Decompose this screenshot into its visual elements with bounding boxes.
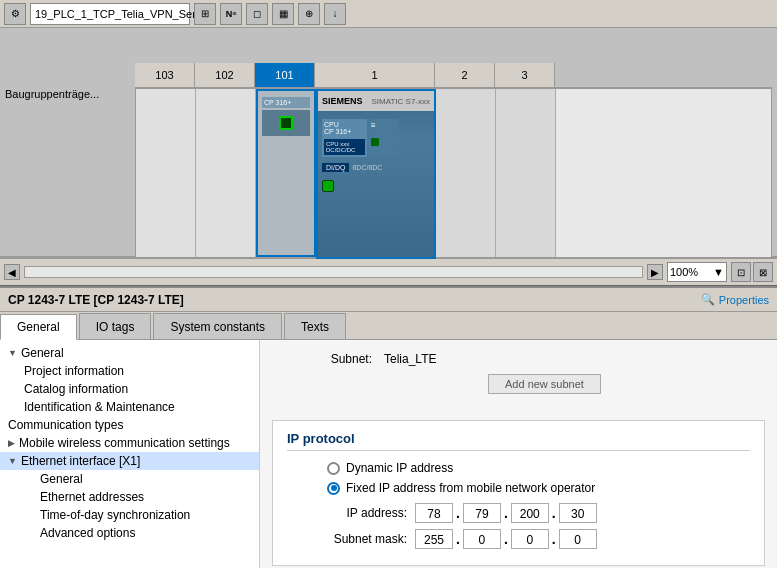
tab-system-constants-label: System constants	[170, 320, 265, 334]
tree-project-info[interactable]: Project information	[0, 362, 259, 380]
mask-dot-3: .	[551, 531, 557, 547]
cpu-brand: SIEMENS	[322, 96, 363, 106]
ip-octet-1[interactable]: 78	[415, 503, 453, 523]
mask-dot-1: .	[455, 531, 461, 547]
ip-address-fields: 78 . 79 . 200 . 30	[415, 503, 597, 523]
tree-eth-addresses[interactable]: Ethernet addresses	[0, 488, 259, 506]
tab-io-tags-label: IO tags	[96, 320, 135, 334]
slot-102[interactable]	[196, 89, 256, 257]
toolbar-icon-settings[interactable]: ⚙	[4, 3, 26, 25]
fixed-ip-radio[interactable]	[327, 482, 340, 495]
tree-arrow-mobile: ▶	[8, 438, 15, 448]
tree-eth-addresses-label: Ethernet addresses	[40, 490, 144, 504]
tab-texts[interactable]: Texts	[284, 313, 346, 339]
toolbar: ⚙ 19_PLC_1_TCP_Telia_VPN_Ser ▼ ⊞ N≡ ◻ ▦ …	[0, 0, 777, 28]
slot-label-102: 102	[195, 63, 255, 87]
properties-btn[interactable]: 🔍 Properties	[701, 293, 769, 306]
tree-comm-types-label: Communication types	[8, 418, 123, 432]
properties-icon: 🔍	[701, 293, 715, 306]
tree-general[interactable]: ▼ General	[0, 344, 259, 362]
properties-panel: CP 1243-7 LTE [CP 1243-7 LTE] 🔍 Properti…	[0, 286, 777, 568]
content-area: Subnet: Telia_LTE Add new subnet IP prot…	[260, 340, 777, 568]
tree-catalog-info[interactable]: Catalog information	[0, 380, 259, 398]
mask-octet-1[interactable]: 255	[415, 529, 453, 549]
dynamic-ip-radio[interactable]	[327, 462, 340, 475]
ip-protocol-title: IP protocol	[287, 431, 750, 451]
tree-advanced-label: Advanced options	[40, 526, 135, 540]
slot-2[interactable]	[436, 89, 496, 257]
slot-label-3: 3	[495, 63, 555, 87]
toolbar-icon-square[interactable]: ◻	[246, 3, 268, 25]
slot-101[interactable]: CP 316+	[256, 89, 316, 257]
subnet-row: Subnet: Telia_LTE	[272, 352, 765, 366]
slot-3[interactable]	[496, 89, 556, 257]
subnet-mask-row: Subnet mask: 255 . 0 . 0 . 0	[287, 529, 750, 549]
toolbar-icon-grid[interactable]: ⊞	[194, 3, 216, 25]
rack-header: 103 102 101 1 2 3	[135, 63, 772, 88]
dynamic-ip-row: Dynamic IP address	[287, 461, 750, 475]
scroll-right-btn[interactable]: ▶	[647, 264, 663, 280]
tree-advanced[interactable]: Advanced options	[0, 524, 259, 542]
subnet-label: Subnet:	[272, 352, 372, 366]
tree-eth-general-label: General	[40, 472, 83, 486]
tree-project-info-label: Project information	[24, 364, 124, 378]
fixed-ip-row: Fixed IP address from mobile network ope…	[287, 481, 750, 495]
rack-body: CP 316+ SIEMENS SIMATIC S7-xxx CPU C	[135, 88, 772, 258]
ip-dot-2: .	[503, 505, 509, 521]
ip-octet-3[interactable]: 200	[511, 503, 549, 523]
properties-label: Properties	[719, 294, 769, 306]
tree-comm-types[interactable]: Communication types	[0, 416, 259, 434]
tree-catalog-info-label: Catalog information	[24, 382, 128, 396]
tree-mobile-wireless[interactable]: ▶ Mobile wireless communication settings	[0, 434, 259, 452]
tree-ethernet[interactable]: ▼ Ethernet interface [X1]	[0, 452, 259, 470]
nav-tree: ▼ General Project information Catalog in…	[0, 340, 260, 568]
tree-ethernet-label: Ethernet interface [X1]	[21, 454, 140, 468]
tree-arrow-ethernet: ▼	[8, 456, 17, 466]
panel-content: ▼ General Project information Catalog in…	[0, 340, 777, 568]
toolbar-icon-table[interactable]: ▦	[272, 3, 294, 25]
mask-octet-2[interactable]: 0	[463, 529, 501, 549]
add-subnet-button[interactable]: Add new subnet	[488, 374, 601, 394]
slot-label-1: 1	[315, 63, 435, 87]
nav-btn-1[interactable]: ⊡	[731, 262, 751, 282]
slot-1-cpu[interactable]: SIEMENS SIMATIC S7-xxx CPU CP 316+ CPU x…	[316, 89, 436, 259]
toolbar-icon-zoom[interactable]: ⊕	[298, 3, 320, 25]
scroll-area: ◀ ▶ 100% ▼ ⊡ ⊠	[0, 258, 777, 286]
scroll-left-btn[interactable]: ◀	[4, 264, 20, 280]
mask-octet-3[interactable]: 0	[511, 529, 549, 549]
cpu-body: CPU CP 316+ CPU xxx DC/DC/DC ≡	[318, 111, 434, 196]
zoom-value: 100%	[670, 266, 698, 278]
ip-octet-4[interactable]: 30	[559, 503, 597, 523]
project-dropdown[interactable]: 19_PLC_1_TCP_Telia_VPN_Ser ▼	[30, 3, 190, 25]
mask-octet-4[interactable]: 0	[559, 529, 597, 549]
ip-octet-2[interactable]: 79	[463, 503, 501, 523]
panel-title-bar: CP 1243-7 LTE [CP 1243-7 LTE] 🔍 Properti…	[0, 286, 777, 312]
slot-label-101[interactable]: 101	[255, 63, 315, 87]
tree-identification[interactable]: Identification & Maintenance	[0, 398, 259, 416]
hardware-view: Baugruppenträge... 103 102 101 1 2 3 CP …	[0, 28, 777, 258]
nav-btn-2[interactable]: ⊠	[753, 262, 773, 282]
tabs-bar: General IO tags System constants Texts	[0, 312, 777, 340]
fixed-ip-label: Fixed IP address from mobile network ope…	[346, 481, 595, 495]
tree-eth-general[interactable]: General	[0, 470, 259, 488]
slot-label-103: 103	[135, 63, 195, 87]
tab-system-constants[interactable]: System constants	[153, 313, 282, 339]
tab-general-label: General	[17, 320, 60, 334]
dynamic-ip-label: Dynamic IP address	[346, 461, 453, 475]
tab-texts-label: Texts	[301, 320, 329, 334]
zoom-dropdown[interactable]: 100% ▼	[667, 262, 727, 282]
project-dropdown-value: 19_PLC_1_TCP_Telia_VPN_Ser	[35, 8, 196, 20]
toolbar-icon-download[interactable]: ↓	[324, 3, 346, 25]
toolbar-icon-name[interactable]: N≡	[220, 3, 242, 25]
rack: 103 102 101 1 2 3 CP 316+	[135, 63, 772, 258]
ip-address-label: IP address:	[287, 506, 407, 520]
ip-dot-3: .	[551, 505, 557, 521]
scroll-track[interactable]	[24, 266, 643, 278]
tree-time-sync[interactable]: Time-of-day synchronization	[0, 506, 259, 524]
tab-general[interactable]: General	[0, 314, 77, 340]
rack-label: Baugruppenträge...	[5, 88, 99, 100]
mask-dot-2: .	[503, 531, 509, 547]
tab-io-tags[interactable]: IO tags	[79, 313, 152, 339]
nav-buttons: ⊡ ⊠	[731, 262, 773, 282]
slot-103[interactable]	[136, 89, 196, 257]
